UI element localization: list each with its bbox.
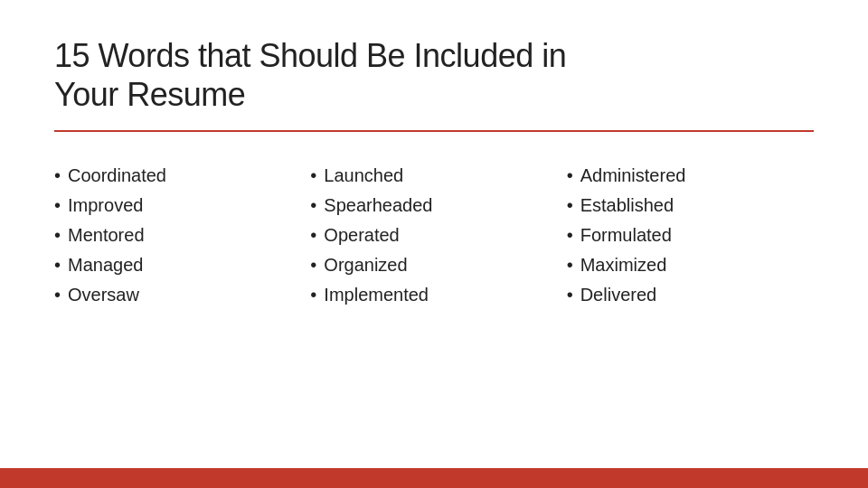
list-item: Mentored	[54, 221, 292, 250]
list-item: Administered	[567, 161, 805, 191]
column-3: Administered Established Formulated Maxi…	[558, 161, 814, 310]
list-item: Oversaw	[54, 280, 292, 310]
list-item: Operated	[310, 221, 548, 250]
column-1: Coordinated Improved Mentored Managed Ov…	[54, 161, 301, 310]
list-item: Coordinated	[54, 161, 292, 191]
bottom-bar	[0, 468, 868, 488]
slide-title: 15 Words that Should Be Included in Your…	[54, 36, 814, 114]
list-1: Coordinated Improved Mentored Managed Ov…	[54, 161, 292, 310]
list-item: Organized	[310, 250, 548, 280]
list-item: Launched	[310, 161, 548, 191]
list-item: Delivered	[567, 280, 805, 310]
list-item: Managed	[54, 250, 292, 280]
list-item: Spearheaded	[310, 191, 548, 221]
list-2: Launched Spearheaded Operated Organized …	[310, 161, 548, 310]
column-2: Launched Spearheaded Operated Organized …	[301, 161, 557, 310]
list-3: Administered Established Formulated Maxi…	[567, 161, 805, 310]
title-line2: Your Resume	[54, 76, 245, 113]
slide: 15 Words that Should Be Included in Your…	[0, 0, 868, 488]
list-item: Established	[567, 191, 805, 221]
list-item: Formulated	[567, 221, 805, 250]
list-item: Implemented	[310, 280, 548, 310]
title-line1: 15 Words that Should Be Included in	[54, 37, 566, 74]
content-area: Coordinated Improved Mentored Managed Ov…	[54, 161, 814, 310]
list-item: Maximized	[567, 250, 805, 280]
list-item: Improved	[54, 191, 292, 221]
title-divider	[54, 130, 814, 132]
